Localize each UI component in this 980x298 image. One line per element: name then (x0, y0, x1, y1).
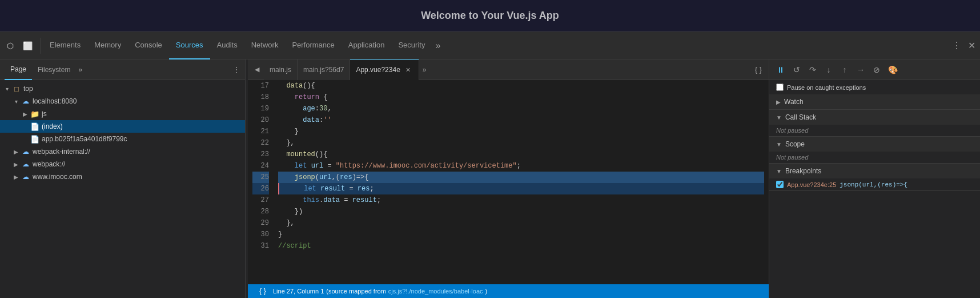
debug-stepover-icon[interactable]: ↷ (806, 63, 820, 77)
breakpoints-label: Breakpoints (785, 167, 821, 175)
scope-content: Not paused (769, 152, 980, 163)
code-line-31: //script (278, 240, 764, 252)
debug-stepinto-icon[interactable]: ↓ (822, 63, 836, 77)
sidebar-tab-bar: Page Filesystem » ⋮ (0, 59, 245, 80)
tree-label-webpack: webpack:// (33, 160, 65, 168)
file-icon-index: 📄 (30, 121, 40, 132)
tree-item-app-bundle[interactable]: 📄 app.b025f1a5a401d8f9799c (0, 133, 245, 145)
breakpoint-checkbox-1[interactable] (776, 181, 784, 188)
tab-performance[interactable]: Performance (285, 32, 341, 59)
globe-icon-webpack: ☁ (21, 159, 31, 169)
tab-security[interactable]: Security (391, 32, 432, 59)
folder-icon-js: 📁 (30, 109, 40, 119)
tab-application[interactable]: Application (342, 32, 392, 59)
more-tabs-icon[interactable]: » (432, 41, 444, 51)
debug-stepcall-icon[interactable]: → (854, 63, 867, 77)
breakpoint-item-1: App.vue?234e:25 jsonp(url,(res)=>{ (769, 178, 980, 190)
line-numbers: 17 18 19 20 21 22 23 24 25 26 27 28 29 3… (248, 80, 274, 284)
tab-sources[interactable]: Sources (169, 32, 210, 59)
scope-arrow-icon: ▼ (776, 141, 782, 148)
tree-arrow-top[interactable]: ▾ (2, 86, 11, 92)
editor-tab-bar: ◀ main.js main.js?56d7 App.vue?234e ✕ » … (248, 59, 769, 80)
editor-format-icon[interactable]: { } (750, 63, 766, 77)
watch-section-header[interactable]: ▶ Watch (769, 94, 980, 109)
debug-paint-icon[interactable]: 🎨 (886, 63, 899, 77)
tree-item-webpack-internal[interactable]: ▶ ☁ webpack-internal:// (0, 145, 245, 158)
tree-item-top[interactable]: ▾ □ top (0, 82, 245, 95)
tree-item-webpack[interactable]: ▶ ☁ webpack:// (0, 158, 245, 170)
tab-memory[interactable]: Memory (87, 32, 128, 59)
status-mapped-link[interactable]: cjs.js?!./node_modules/babel-loac (388, 288, 483, 295)
pause-exceptions-row: Pause on caught exceptions (769, 80, 980, 94)
code-line-26: let result = res; (278, 183, 764, 194)
code-line-17: data(){ (278, 80, 764, 92)
callstack-section: ▼ Call Stack Not paused (769, 110, 980, 137)
breakpoint-file-1: App.vue?234e:25 (787, 181, 836, 188)
code-content[interactable]: 17 18 19 20 21 22 23 24 25 26 27 28 29 3… (248, 80, 769, 284)
debug-resume-icon[interactable]: ↺ (790, 63, 804, 77)
scope-section-header[interactable]: ▼ Scope (769, 137, 980, 152)
sidebar-more-icon[interactable]: » (78, 66, 82, 74)
watch-arrow-icon: ▶ (776, 99, 781, 105)
editor-tab-main-js[interactable]: main.js (264, 59, 298, 80)
tree-label-top: top (23, 85, 33, 93)
debug-pause-icon[interactable]: ⏸ (774, 63, 788, 77)
devtools-close-icon[interactable]: ✕ (966, 38, 978, 53)
code-line-29: }, (278, 217, 764, 229)
watch-section: ▶ Watch (769, 94, 980, 110)
file-tree: ▾ □ top ▾ ☁ localhost:8080 ▶ (0, 80, 245, 298)
code-line-20: data:'' (278, 114, 764, 126)
tree-arrow-webpack-internal[interactable]: ▶ (11, 149, 21, 155)
breakpoints-section: ▼ Breakpoints App.vue?234e:25 jsonp(url,… (769, 164, 980, 191)
code-line-28: }) (278, 206, 764, 217)
debug-deactivate-icon[interactable]: ⊘ (870, 63, 883, 77)
file-icon-app-bundle: 📄 (30, 134, 40, 144)
editor-tab-close-icon[interactable]: ✕ (404, 65, 413, 74)
tree-arrow-js[interactable]: ▶ (21, 111, 30, 117)
callstack-label: Call Stack (785, 113, 816, 121)
globe-icon-imooc: ☁ (21, 172, 31, 182)
code-line-25: jsonp(url,(res)=>{ (278, 172, 764, 183)
editor-nav-back[interactable]: ◀ (250, 63, 264, 77)
tab-bar-end: ⋮ ✕ (950, 38, 978, 53)
pause-exceptions-checkbox[interactable] (776, 84, 784, 91)
tree-item-index[interactable]: 📄 (index) (0, 120, 245, 133)
code-line-21: } (278, 126, 764, 137)
tree-item-imooc[interactable]: ▶ ☁ www.imooc.com (0, 170, 245, 183)
tree-item-js[interactable]: ▶ 📁 js (0, 108, 245, 120)
page-title: Welcome to Your Vue.js App (421, 10, 559, 22)
tab-network[interactable]: Network (244, 32, 286, 59)
status-brackets-icon[interactable]: { } (255, 283, 271, 298)
inspect-icon[interactable]: ⬡ (2, 38, 18, 54)
status-mapped-text: (source mapped from (326, 288, 386, 295)
breakpoints-section-header[interactable]: ▼ Breakpoints (769, 164, 980, 178)
editor-more-tabs-icon[interactable]: » (419, 66, 430, 74)
tab-audits[interactable]: Audits (210, 32, 244, 59)
tree-item-localhost[interactable]: ▾ ☁ localhost:8080 (0, 95, 245, 108)
code-line-27: this.data = result; (278, 194, 764, 206)
editor-tab-main-js-hash[interactable]: main.js?56d7 (298, 59, 350, 80)
code-line-22: }, (278, 137, 764, 149)
tree-arrow-imooc[interactable]: ▶ (11, 174, 21, 180)
sidebar-menu-icon[interactable]: ⋮ (232, 65, 240, 74)
code-lines: data(){ return { age:30, data:'' } }, mo… (274, 80, 769, 284)
device-icon[interactable]: ⬜ (19, 38, 35, 54)
tab-console[interactable]: Console (128, 32, 169, 59)
tree-arrow-localhost[interactable]: ▾ (11, 98, 21, 105)
callstack-section-header[interactable]: ▼ Call Stack (769, 110, 980, 125)
breakpoint-code-1: jsonp(url,(res)=>{ (840, 181, 907, 188)
debug-toolbar: ⏸ ↺ ↷ ↓ ↑ → ⊘ 🎨 (769, 59, 980, 80)
code-line-19: age:30, (278, 103, 764, 114)
scope-label: Scope (785, 140, 805, 148)
devtools-menu-icon[interactable]: ⋮ (950, 38, 963, 53)
tab-elements[interactable]: Elements (43, 32, 87, 59)
tree-label-webpack-internal: webpack-internal:// (33, 148, 90, 156)
debug-stepout-icon[interactable]: ↑ (838, 63, 852, 77)
main-content: Page Filesystem » ⋮ ▾ □ top (0, 59, 980, 298)
watch-label: Watch (784, 98, 804, 106)
sidebar-tab-filesystem[interactable]: Filesystem (32, 59, 76, 80)
editor-tab-app-vue[interactable]: App.vue?234e ✕ (350, 59, 419, 80)
sidebar-tab-page[interactable]: Page (5, 59, 32, 80)
tree-arrow-webpack[interactable]: ▶ (11, 161, 21, 168)
folder-icon-top: □ (11, 84, 22, 94)
